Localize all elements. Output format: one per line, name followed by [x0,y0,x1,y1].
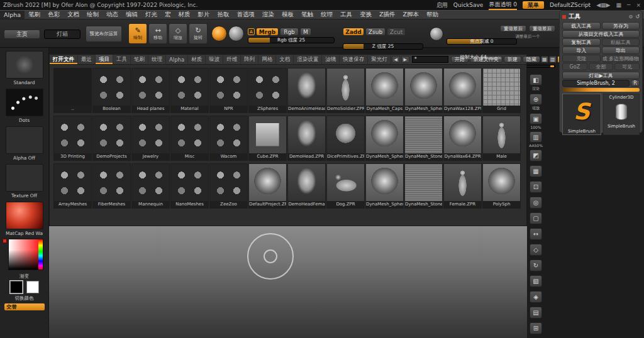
mode-button[interactable]: ✎绘制 [128,23,147,44]
lightbox-tab[interactable]: 聚光灯 [368,55,391,64]
tool-panel-button[interactable]: 从项目文件载入工具 [562,30,640,38]
lightbox-item[interactable]: DynaMesh_Spher [365,116,404,161]
lsym-button[interactable]: ◎ [530,197,542,209]
menu-item[interactable]: 笔刷 [25,10,44,19]
tool-panel-button[interactable]: 克隆 [562,55,601,62]
floor-grid-button[interactable]: ▦ [530,165,542,177]
lightbox-tab[interactable]: 噪波 [206,55,223,64]
lightbox-tab[interactable]: 工具 [113,55,131,64]
menu-item[interactable]: 帮助 [423,10,442,19]
pin-icon[interactable]: ⊙ [629,14,633,19]
lightbox-item[interactable]: DemoHeadFema [287,163,326,209]
preview-boolean-button[interactable]: 预览布尔运算 [86,26,122,42]
lightbox-item[interactable]: .. [53,68,92,113]
lightbox-item[interactable]: 3D Printing [53,116,92,161]
lightbox-item[interactable]: Cube.ZPR [248,116,287,161]
lightbox-item[interactable]: NPR [209,68,248,113]
tool-panel-button[interactable]: 全部 [589,63,614,70]
menu-item[interactable]: Z插件 [375,10,399,19]
ui-transparency-slider[interactable]: 界面透明 0 [489,1,517,10]
menu-item[interactable]: 编辑 [122,10,142,19]
back-arrow-button[interactable]: ◀ [392,56,400,63]
layout-grid-icon[interactable]: ▦ [616,2,622,8]
tool-panel-button[interactable]: 可见 [614,63,640,70]
menu-item[interactable]: 材质 [175,10,194,19]
lightbox-item[interactable]: Female.ZPR [443,163,482,209]
lightbox-button[interactable]: 灯箱 [44,30,80,39]
lightbox-item[interactable]: Dog.ZPR [326,163,365,209]
zadd-button[interactable]: Zadd [343,28,364,36]
lightbox-item[interactable]: DynaMesh_Spher [365,163,404,209]
minimize-button[interactable]: ─ [627,2,630,8]
scale-button[interactable]: ◇ [530,244,542,256]
home-button[interactable]: 主页 [4,30,40,39]
tool-panel-button[interactable]: 另存为 [602,22,640,30]
close-button[interactable]: × [636,2,641,8]
lightbox-item[interactable]: DynaWax128.ZPF [443,68,482,113]
tray-stroke-selector[interactable]: Dots [0,89,48,123]
menu-item[interactable]: 纹理 [317,10,336,19]
lightbox-tab[interactable]: 网格 [258,55,276,64]
menu-item[interactable]: 文档 [64,10,83,19]
mode-button[interactable]: ◇缩放 [169,23,187,44]
focal-shift-icon[interactable] [430,27,443,41]
z-intensity-slider[interactable]: Z 强度 25 [343,43,423,50]
rgb-button[interactable]: Rgb [280,28,299,36]
lightbox-item[interactable]: Wacom [209,116,248,161]
anchor-toggle[interactable]: A [248,28,255,35]
lightbox-item[interactable]: NanoMeshes [170,163,209,209]
zsub-button[interactable]: Zsub [365,28,386,36]
lightbox-item[interactable]: DynaWax64.ZPR [443,116,482,161]
tray-brush-selector[interactable]: Standard [0,51,48,85]
tray-texture-selector[interactable]: Texture Off [0,164,48,199]
lightbox-item[interactable]: Misc [170,116,209,161]
menu-item[interactable]: 绘制 [83,10,103,19]
aa-half-button[interactable]: ▥AA50% [529,131,543,148]
zoom-doc-button[interactable]: ⊞ [530,322,542,334]
menu-item[interactable]: 渲染 [258,10,278,19]
rgb-intensity-slider[interactable]: Rgb 强度 25 [248,37,335,43]
lightbox-tab[interactable]: 项目 [96,55,113,64]
menus-toggle-button[interactable]: 菜单 [523,1,544,9]
menu-item[interactable]: 变换 [356,10,375,19]
menu-item[interactable]: Alpha [0,11,25,19]
lightbox-item[interactable]: Material [170,68,209,113]
lightbox-to-tool-button[interactable]: 灯箱▶工具 [562,72,640,79]
tool-panel-button[interactable]: GoZ [562,63,587,70]
persp-button[interactable]: ◩ [530,150,542,161]
lightbox-item[interactable]: DemoProjects [92,116,131,161]
secondary-tool-thumbnail[interactable]: Cylinder3D SimpleBrush [603,94,640,135]
tool-panel-button[interactable]: 复制工具 [562,38,601,46]
sculptris-pro-icon[interactable] [211,26,227,41]
lightbox-item[interactable]: Boolean [92,68,131,113]
close-icon[interactable] [3,239,7,243]
zcut-button[interactable]: Zcut [387,28,406,36]
lightbox-tab[interactable]: 笔刷 [131,55,148,64]
tool-slider-fill[interactable] [562,88,640,92]
xyz-button[interactable]: ◈ [530,291,542,303]
lightbox-item[interactable]: PolySph [482,163,521,209]
current-material-icon[interactable] [228,26,244,41]
menu-item[interactable]: 色彩 [44,10,64,19]
forward-arrow-button[interactable]: ▶ [401,56,409,63]
lightbox-item[interactable]: DemoAnimeHead [287,68,326,113]
redo-last-button-2[interactable]: 重做最后 [529,25,555,32]
menu-item[interactable]: Z脚本 [399,10,423,19]
tool-panel-button[interactable]: 导出 [602,46,640,54]
lightbox-item[interactable]: DicePrimitives.ZF [326,116,365,161]
menu-item[interactable]: 笔触 [297,10,317,19]
actual-size-button[interactable]: ▣100% [530,113,542,129]
mrgb-button[interactable]: Mrgb [256,28,279,36]
active-tool-slider[interactable]: SimpleBrush, 2 [562,80,630,87]
bpr-render-button[interactable]: ◧渲染 [530,74,542,92]
redo-last-button[interactable]: 重做最后 [500,25,526,32]
lightbox-tab[interactable]: 渲染设置 [294,55,322,64]
lightbox-item[interactable]: DemoSoldier.ZPR [326,68,365,113]
lightbox-item[interactable]: DynaMesh_Stone [404,116,443,161]
local-button[interactable]: ⊡ [530,181,542,193]
lightbox-item[interactable]: ZeeZoo [209,163,248,209]
quicksave-button[interactable]: QuickSave [453,2,484,8]
lightbox-tab[interactable]: 纤维 [223,55,241,64]
lightbox-tab[interactable]: 文档 [276,55,294,64]
color-picker[interactable] [8,239,43,270]
